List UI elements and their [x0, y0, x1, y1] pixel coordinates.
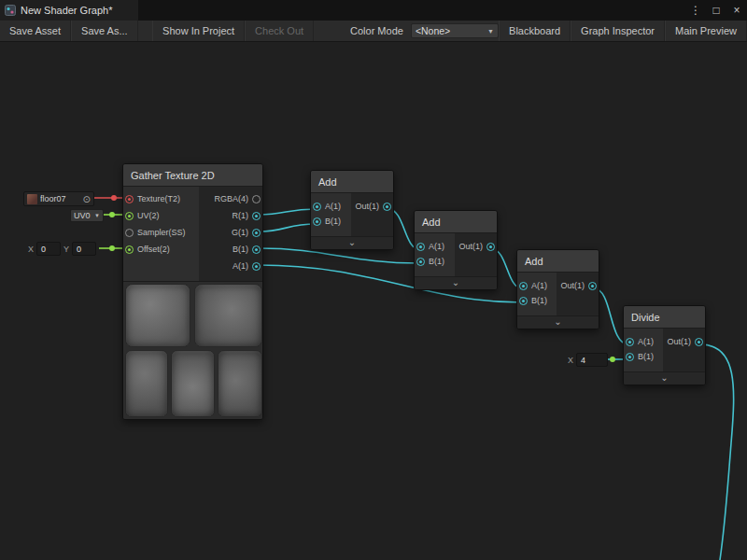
collapse-chevron-icon[interactable]: ⌄: [517, 315, 599, 329]
offset-y-label: Y: [63, 245, 69, 254]
check-out-button: Check Out: [245, 21, 314, 41]
a-input-port[interactable]: [519, 282, 528, 290]
object-picker-icon[interactable]: ⊙: [83, 194, 91, 204]
output-row-b: B(1): [199, 241, 262, 258]
input-row-offset: Offset(2): [123, 241, 199, 258]
out-output-port[interactable]: [383, 203, 391, 211]
window-title: New Shader Graph*: [21, 5, 112, 16]
node-title[interactable]: Add: [517, 250, 599, 273]
divide-b-input[interactable]: 4: [576, 353, 608, 367]
b-input-port[interactable]: [313, 217, 321, 226]
out-output-port[interactable]: [588, 282, 597, 290]
output-row-a: A(1): [199, 258, 262, 274]
node-title[interactable]: Gather Texture 2D: [123, 164, 262, 187]
shader-graph-icon: [5, 5, 16, 16]
texture-name: floor07: [40, 194, 80, 203]
g-output-port[interactable]: [252, 229, 261, 237]
sampler-input-port[interactable]: [125, 229, 134, 237]
input-row-b: B(1): [415, 254, 455, 269]
node-add-2[interactable]: Add A(1) B(1) Out(1) ⌄: [414, 210, 498, 290]
window-menu-icon[interactable]: ⋮: [689, 4, 702, 17]
output-row-out: Out(1): [663, 334, 705, 349]
offset-x-input[interactable]: 0: [36, 242, 61, 256]
graph-tab[interactable]: New Shader Graph*: [0, 0, 138, 21]
uv-input-port[interactable]: [125, 212, 134, 220]
node-add-3[interactable]: Add A(1) B(1) Out(1) ⌄: [516, 249, 599, 329]
input-row-b: B(1): [311, 214, 351, 229]
save-as-button[interactable]: Save As...: [71, 21, 138, 41]
b-input-port[interactable]: [416, 258, 425, 266]
input-row-sampler: Sampler(SS): [123, 224, 199, 241]
show-in-project-button[interactable]: Show In Project: [152, 21, 245, 41]
output-row-out: Out(1): [351, 199, 393, 214]
b-input-port[interactable]: [519, 297, 528, 305]
offset-y-input[interactable]: 0: [72, 242, 96, 256]
window-titlebar: New Shader Graph* ⋮ □ ×: [0, 0, 747, 21]
color-mode-dropdown[interactable]: <None> ▼: [411, 23, 499, 38]
input-row-b: B(1): [624, 349, 663, 364]
input-row-uv: UV(2): [123, 207, 199, 224]
save-asset-button[interactable]: Save Asset: [0, 21, 71, 41]
node-title[interactable]: Divide: [624, 306, 705, 329]
input-row-a: A(1): [624, 334, 663, 349]
node-divide[interactable]: Divide A(1) B(1) Out(1) ⌄: [623, 305, 706, 385]
rgba-output-port[interactable]: [252, 195, 261, 203]
input-row-a: A(1): [415, 239, 455, 254]
collapse-chevron-icon[interactable]: ⌄: [311, 236, 393, 249]
output-row-out: Out(1): [455, 239, 497, 254]
out-output-port[interactable]: [695, 338, 703, 346]
divide-b-field: X 4: [568, 353, 608, 367]
graph-canvas[interactable]: [0, 42, 747, 560]
a-input-port[interactable]: [416, 243, 425, 251]
a-output-port[interactable]: [252, 262, 261, 271]
texture-preview: [123, 281, 262, 419]
input-row-a: A(1): [311, 199, 351, 214]
uv-channel-dropdown[interactable]: UV0 ▼: [70, 209, 104, 222]
texture-thumbnail: [27, 194, 37, 204]
offset-vector2-field: X 0 Y 0: [28, 242, 96, 256]
node-gather-texture-2d[interactable]: Gather Texture 2D Texture(T2) UV(2) Samp…: [122, 163, 263, 420]
output-row-rgba: RGBA(4): [199, 190, 262, 207]
toolbar: Save Asset Save As... Show In Project Ch…: [0, 21, 747, 42]
color-mode-value: <None>: [416, 25, 487, 36]
dropdown-arrow-icon: ▼: [94, 213, 100, 218]
node-title[interactable]: Add: [311, 171, 393, 193]
output-row-g: G(1): [199, 224, 262, 241]
color-mode-label: Color Mode: [343, 21, 411, 41]
out-output-port[interactable]: [486, 243, 495, 251]
dropdown-arrow-icon: ▼: [487, 28, 494, 35]
input-row-a: A(1): [517, 278, 557, 293]
window-close-icon[interactable]: ×: [730, 4, 743, 17]
main-preview-toggle-button[interactable]: Main Preview: [665, 21, 747, 41]
graph-inspector-toggle-button[interactable]: Graph Inspector: [571, 21, 665, 41]
node-add-1[interactable]: Add A(1) B(1) Out(1) ⌄: [310, 170, 394, 250]
divide-b-label: X: [568, 356, 573, 365]
input-row-b: B(1): [517, 293, 557, 308]
a-input-port[interactable]: [313, 203, 321, 211]
uv-channel-value: UV0: [74, 211, 91, 220]
texture-object-field[interactable]: floor07 ⊙: [23, 191, 94, 206]
a-input-port[interactable]: [626, 338, 634, 346]
window-maximize-icon[interactable]: □: [710, 4, 723, 17]
offset-x-label: X: [28, 245, 34, 254]
output-row-out: Out(1): [557, 278, 599, 293]
r-output-port[interactable]: [252, 212, 261, 220]
b-input-port[interactable]: [626, 353, 634, 361]
collapse-chevron-icon[interactable]: ⌄: [624, 371, 705, 385]
offset-input-port[interactable]: [125, 245, 134, 254]
b-output-port[interactable]: [252, 245, 261, 254]
blackboard-toggle-button[interactable]: Blackboard: [499, 21, 571, 41]
output-row-r: R(1): [199, 207, 262, 224]
input-row-texture: Texture(T2): [123, 190, 199, 207]
node-title[interactable]: Add: [415, 211, 497, 233]
collapse-chevron-icon[interactable]: ⌄: [415, 276, 497, 289]
texture-input-port[interactable]: [125, 195, 134, 203]
